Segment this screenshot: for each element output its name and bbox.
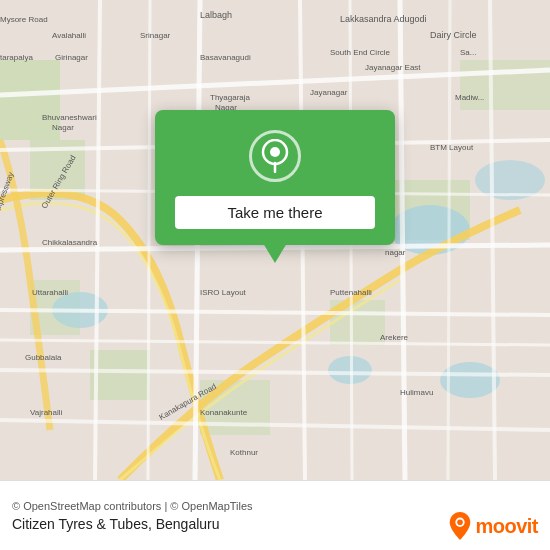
svg-rect-1 bbox=[0, 60, 60, 140]
svg-text:South End Circle: South End Circle bbox=[330, 48, 391, 57]
take-me-there-button[interactable]: Take me there bbox=[175, 196, 375, 229]
svg-text:BTM Layout: BTM Layout bbox=[430, 143, 474, 152]
svg-text:Vajrahalli: Vajrahalli bbox=[30, 408, 63, 417]
svg-point-67 bbox=[270, 147, 280, 157]
svg-text:Mysore Road: Mysore Road bbox=[0, 15, 48, 24]
svg-text:nagar: nagar bbox=[385, 248, 406, 257]
bottom-bar: © OpenStreetMap contributors | © OpenMap… bbox=[0, 480, 550, 550]
svg-text:Sa...: Sa... bbox=[460, 48, 476, 57]
svg-text:Puttenahalli: Puttenahalli bbox=[330, 288, 372, 297]
svg-text:Avalahalli: Avalahalli bbox=[52, 31, 86, 40]
svg-text:Arekere: Arekere bbox=[380, 333, 409, 342]
svg-text:Lalbagh: Lalbagh bbox=[200, 10, 232, 20]
moovit-text: moovit bbox=[475, 515, 538, 538]
svg-text:Jayanagar East: Jayanagar East bbox=[365, 63, 421, 72]
attribution-text: © OpenStreetMap contributors | © OpenMap… bbox=[12, 500, 538, 512]
svg-text:Gubbalala: Gubbalala bbox=[25, 353, 62, 362]
svg-point-11 bbox=[328, 356, 372, 384]
svg-text:Chikkalasandra: Chikkalasandra bbox=[42, 238, 98, 247]
moovit-pin-icon bbox=[449, 512, 471, 540]
svg-text:Bhuvaneshwari: Bhuvaneshwari bbox=[42, 113, 97, 122]
svg-text:Uttarahalli: Uttarahalli bbox=[32, 288, 68, 297]
svg-text:Jayanagar: Jayanagar bbox=[310, 88, 348, 97]
map-container: Lalbagh Lakkasandra Adugodi Mysore Road … bbox=[0, 0, 550, 480]
svg-text:Hulimavu: Hulimavu bbox=[400, 388, 433, 397]
svg-line-29 bbox=[448, 0, 450, 480]
location-pin-icon bbox=[261, 139, 289, 173]
svg-rect-5 bbox=[90, 350, 150, 400]
moovit-logo: moovit bbox=[449, 512, 538, 540]
popup-card: Take me there bbox=[155, 110, 395, 245]
svg-text:Kothnur: Kothnur bbox=[230, 448, 258, 457]
svg-text:Thyagaraja: Thyagaraja bbox=[210, 93, 251, 102]
svg-text:ISRO Layout: ISRO Layout bbox=[200, 288, 247, 297]
svg-line-27 bbox=[148, 0, 150, 480]
svg-rect-4 bbox=[460, 60, 550, 110]
svg-text:Madiw...: Madiw... bbox=[455, 93, 484, 102]
location-icon-wrap bbox=[249, 130, 301, 182]
svg-text:Lakkasandra  Adugodi: Lakkasandra Adugodi bbox=[340, 14, 427, 24]
svg-text:Nagar: Nagar bbox=[52, 123, 74, 132]
svg-text:Dairy Circle: Dairy Circle bbox=[430, 30, 477, 40]
svg-point-69 bbox=[458, 519, 464, 525]
svg-text:tarapalya: tarapalya bbox=[0, 53, 33, 62]
svg-text:Basavanagudi: Basavanagudi bbox=[200, 53, 251, 62]
svg-text:Srinagar: Srinagar bbox=[140, 31, 171, 40]
svg-text:Konanakunte: Konanakunte bbox=[200, 408, 248, 417]
svg-text:Girinagar: Girinagar bbox=[55, 53, 88, 62]
